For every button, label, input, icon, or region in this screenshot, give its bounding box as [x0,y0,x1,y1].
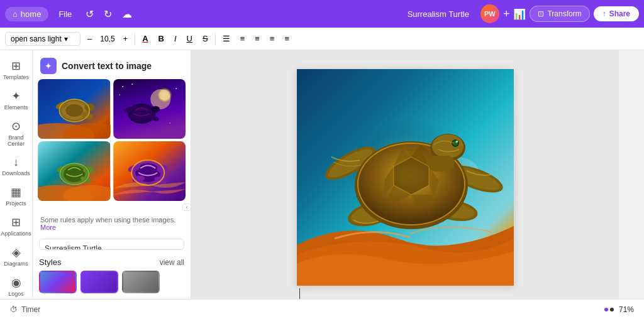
sidebar-item-logos[interactable]: ◉ Logos [2,272,31,299]
cloud-save-button[interactable]: ☁ [118,6,136,23]
applications-label: Applications [1,230,31,237]
more-link[interactable]: More [40,224,56,231]
outdent-button[interactable]: ≡ [281,32,292,45]
generated-image-3[interactable] [38,141,111,201]
styles-label: Styles [39,257,61,267]
font-family-value: open sans light [11,35,62,43]
share-button[interactable]: ↑ Share [594,6,639,21]
page-indicator [604,308,614,311]
svg-point-5 [65,104,83,117]
svg-point-20 [119,94,120,95]
separator-1 [135,33,135,45]
align-left-button[interactable]: ☰ [219,32,233,45]
sidebar-nav: ⊞ Templates ✦ Elements ⊙ Brand Center ↓ … [0,50,33,299]
generated-images-grid [33,79,191,201]
templates-icon: ⊞ [11,59,21,73]
bottombar: ⏱ Timer 71% [0,299,644,319]
generated-image-2[interactable] [113,79,186,139]
dropdown-arrow-icon: ▾ [64,35,68,43]
style-thumb-1[interactable] [39,271,77,293]
panel-title: Convert text to image [62,61,152,71]
indent-button[interactable]: ≡ [267,32,278,45]
panel-header: ✦ Convert text to image [33,50,191,79]
strikethrough-button[interactable]: S [199,32,211,45]
sidebar-item-elements[interactable]: ✦ Elements [2,85,31,114]
templates-label: Templates [3,74,29,80]
separator-2 [215,33,216,45]
elements-label: Elements [4,104,28,111]
projects-icon: ▦ [11,185,21,199]
svg-rect-74 [429,156,454,171]
share-icon: ↑ [602,9,606,18]
zoom-level[interactable]: 71% [619,305,634,314]
diagrams-icon: ◈ [12,246,21,259]
elements-icon: ✦ [11,89,21,103]
panel-note: Some rules apply when using these images… [33,211,191,236]
canvas-frame[interactable] [297,69,514,286]
formatting-toolbar: open sans light ▾ – 10,5 + A B I U S ☰ ≡… [0,28,644,50]
generated-image-1[interactable] [38,79,111,139]
sidebar-item-diagrams[interactable]: ◈ Diagrams [2,242,31,271]
home-icon: ⌂ [13,9,18,19]
analytics-button[interactable]: 📊 [513,8,526,20]
undo-button[interactable]: ↺ [82,6,97,23]
svg-point-15 [151,106,160,112]
italic-button[interactable]: I [171,32,180,45]
style-thumb-2[interactable] [80,271,118,293]
file-menu[interactable]: File [53,7,77,21]
page-dot-1 [604,308,608,311]
sidebar-item-downloads[interactable]: ↓ Downloads [2,152,31,180]
timer-label: Timer [21,305,40,314]
svg-point-73 [457,141,458,142]
bold-button[interactable]: B [155,32,167,45]
decrease-font-button[interactable]: – [84,32,95,45]
underline-button[interactable]: U [184,32,196,45]
svg-point-12 [150,89,170,109]
style-thumb-3[interactable] [122,271,160,293]
canvas-area [191,50,619,299]
view-all-link[interactable]: view all [160,258,184,267]
right-sidebar [619,50,644,299]
home-button[interactable]: ⌂ home [5,7,48,21]
font-size-value: 10,5 [99,35,116,43]
brand-center-icon: ⊙ [11,119,21,133]
svg-point-18 [122,86,123,87]
svg-point-69 [432,134,464,158]
numbered-list-button[interactable]: ≡ [252,32,263,45]
generated-image-4[interactable] [113,141,186,201]
panel-collapse-button[interactable]: ‹ [182,203,191,211]
timer-icon: ⏱ [10,305,18,314]
svg-point-19 [131,84,133,85]
sidebar-item-brand-center[interactable]: ⊙ Brand Center [2,116,31,151]
transform-icon: ⊡ [538,9,544,18]
brand-center-label: Brand Center [4,134,28,147]
left-panel: ✦ Convert text to image [33,50,191,299]
text-cursor [299,288,300,299]
font-family-select[interactable]: open sans light ▾ [5,32,80,46]
svg-point-22 [169,122,170,124]
canvas-content [297,69,514,286]
add-collaborator-button[interactable]: + [503,8,510,21]
style-thumbnails [33,271,191,298]
home-label: home [21,9,42,19]
timer-section[interactable]: ⏱ Timer [10,305,40,314]
bullets-button[interactable]: ≡ [237,32,248,45]
font-size-display: 10,5 [99,35,116,43]
svg-point-21 [175,88,177,89]
share-label: Share [609,9,630,18]
ai-icon: ✦ [45,61,52,71]
sidebar-item-applications[interactable]: ⊞ Applications [2,212,31,241]
panel-note-text: Some rules apply when using these images… [40,216,175,224]
sidebar-item-projects[interactable]: ▦ Projects [2,181,31,210]
edit-icons: ↺ ↻ ☁ [82,6,136,23]
increase-font-button[interactable]: + [120,32,131,45]
topbar: ⌂ home File ↺ ↻ ☁ Surrealism Turtle PW +… [0,0,644,28]
panel-icon: ✦ [40,58,57,74]
transform-label: Transform [547,9,581,18]
transform-button[interactable]: ⊡ Transform [530,6,589,22]
redo-button[interactable]: ↻ [100,6,116,23]
prompt-input[interactable]: Surrealism Turtle [39,239,184,250]
text-color-button[interactable]: A [139,32,151,45]
user-avatar[interactable]: PW [480,4,499,23]
sidebar-item-templates[interactable]: ⊞ Templates [2,55,31,84]
